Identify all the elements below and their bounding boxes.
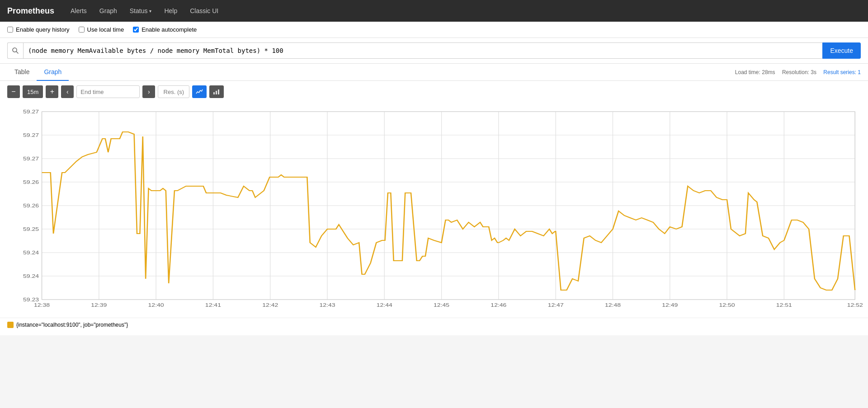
svg-text:59.27: 59.27 xyxy=(23,132,39,138)
svg-text:12:42: 12:42 xyxy=(262,302,278,308)
next-time-button[interactable]: › xyxy=(142,85,155,98)
result-series: Result series: 1 xyxy=(823,69,861,75)
tabs-row: Table Graph Load time: 28ms Resolution: … xyxy=(0,64,868,81)
search-icon xyxy=(7,42,23,59)
svg-text:59.24: 59.24 xyxy=(23,273,39,279)
enable-query-history-label[interactable]: Enable query history xyxy=(7,26,70,33)
svg-text:12:39: 12:39 xyxy=(91,302,107,308)
tab-table[interactable]: Table xyxy=(7,64,37,81)
enable-autocomplete-checkbox[interactable] xyxy=(133,27,139,33)
stacked-chart-icon xyxy=(213,89,220,95)
svg-rect-3 xyxy=(216,91,217,94)
svg-text:59.27: 59.27 xyxy=(23,156,39,161)
svg-text:59.25: 59.25 xyxy=(23,226,39,232)
svg-text:59.26: 59.26 xyxy=(23,203,39,208)
navbar: Prometheus Alerts Graph Status ▾ Help Cl… xyxy=(0,0,868,22)
line-chart-icon xyxy=(196,89,203,95)
resolution-input[interactable] xyxy=(158,85,189,98)
svg-text:12:48: 12:48 xyxy=(605,302,621,308)
nav-status-dropdown[interactable]: Status ▾ xyxy=(124,4,157,18)
use-local-time-checkbox[interactable] xyxy=(79,27,85,33)
use-local-time-label[interactable]: Use local time xyxy=(79,26,124,33)
duration-label: 15m xyxy=(23,85,43,98)
stacked-chart-button[interactable] xyxy=(209,85,224,98)
decrease-duration-button[interactable]: − xyxy=(7,85,20,98)
tab-graph[interactable]: Graph xyxy=(37,64,69,81)
svg-text:12:45: 12:45 xyxy=(434,302,449,308)
options-bar: Enable query history Use local time Enab… xyxy=(0,22,868,38)
nav-help[interactable]: Help xyxy=(159,4,183,18)
svg-text:12:41: 12:41 xyxy=(205,302,221,308)
nav-classic-ui[interactable]: Classic UI xyxy=(184,4,224,18)
nav-alerts[interactable]: Alerts xyxy=(65,4,92,18)
svg-text:59.27: 59.27 xyxy=(23,109,39,114)
nav-status-label: Status xyxy=(130,7,148,14)
query-bar: Execute xyxy=(0,38,868,64)
meta-info: Load time: 28ms Resolution: 3s Result se… xyxy=(730,69,861,75)
graph-container: 59.27 59.27 59.27 59.26 59.26 59.25 59.2… xyxy=(0,103,868,318)
load-time: Load time: 28ms xyxy=(735,69,775,75)
tabs: Table Graph xyxy=(7,64,69,80)
svg-text:12:44: 12:44 xyxy=(377,302,392,308)
svg-text:12:52: 12:52 xyxy=(847,302,863,308)
svg-text:12:40: 12:40 xyxy=(148,302,164,308)
graph-controls: − 15m + ‹ › xyxy=(0,81,868,103)
navbar-nav: Alerts Graph Status ▾ Help Classic UI xyxy=(65,4,224,18)
chevron-down-icon: ▾ xyxy=(149,9,151,14)
svg-rect-2 xyxy=(213,92,215,94)
execute-button[interactable]: Execute xyxy=(822,42,861,59)
svg-text:12:50: 12:50 xyxy=(719,302,735,308)
svg-text:12:47: 12:47 xyxy=(548,302,564,308)
increase-duration-button[interactable]: + xyxy=(46,85,58,98)
graph-wrap: 59.27 59.27 59.27 59.26 59.26 59.25 59.2… xyxy=(7,103,861,310)
line-chart-button[interactable] xyxy=(192,85,207,98)
prev-time-button[interactable]: ‹ xyxy=(61,85,74,98)
navbar-brand: Prometheus xyxy=(7,6,54,16)
chart-line xyxy=(42,132,855,290)
svg-text:12:51: 12:51 xyxy=(776,302,792,308)
legend-label[interactable]: {instance="localhost:9100", job="prometh… xyxy=(16,322,128,328)
legend-color-swatch xyxy=(7,322,14,328)
enable-query-history-checkbox[interactable] xyxy=(7,27,13,33)
svg-text:12:49: 12:49 xyxy=(662,302,678,308)
nav-graph[interactable]: Graph xyxy=(94,4,123,18)
svg-text:12:43: 12:43 xyxy=(319,302,335,308)
svg-text:59.24: 59.24 xyxy=(23,250,39,255)
svg-rect-4 xyxy=(218,89,219,94)
svg-text:12:38: 12:38 xyxy=(34,302,50,308)
enable-autocomplete-label[interactable]: Enable autocomplete xyxy=(133,26,197,33)
end-time-input[interactable] xyxy=(76,85,140,98)
svg-line-1 xyxy=(16,52,18,53)
svg-text:59.23: 59.23 xyxy=(23,297,39,302)
resolution: Resolution: 3s xyxy=(782,69,816,75)
main-chart: 59.27 59.27 59.27 59.26 59.26 59.25 59.2… xyxy=(7,103,861,310)
svg-text:59.26: 59.26 xyxy=(23,179,39,185)
query-input[interactable] xyxy=(23,42,822,59)
legend: {instance="localhost:9100", job="prometh… xyxy=(0,318,868,335)
svg-text:12:46: 12:46 xyxy=(491,302,506,308)
